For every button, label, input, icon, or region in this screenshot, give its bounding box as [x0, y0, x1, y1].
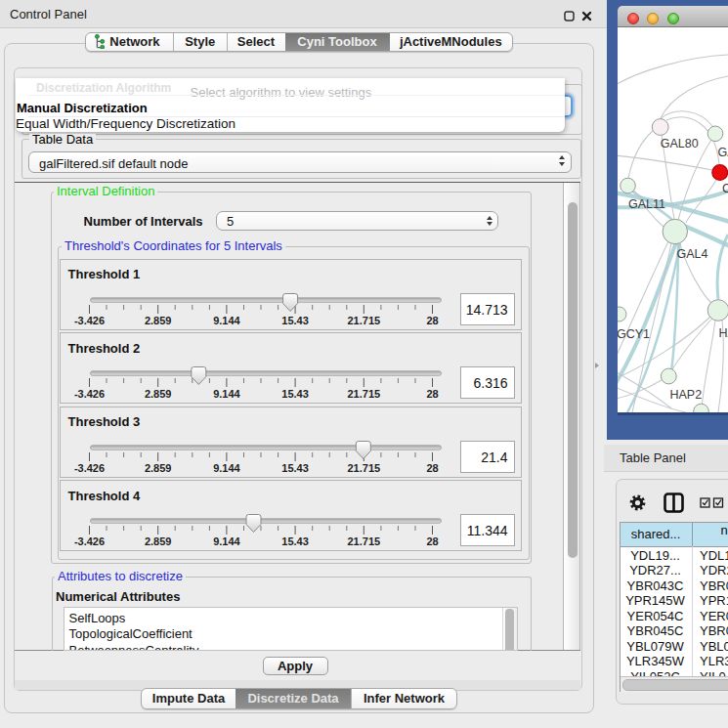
svg-text:28: 28 — [426, 388, 438, 400]
svg-text:2.859: 2.859 — [144, 535, 171, 547]
svg-text:9.144: 9.144 — [213, 462, 240, 474]
svg-text:28: 28 — [426, 462, 438, 474]
svg-text:21.715: 21.715 — [347, 388, 380, 400]
svg-text:21.715: 21.715 — [347, 462, 380, 474]
svg-text:28: 28 — [426, 535, 438, 547]
svg-text:15.43: 15.43 — [281, 388, 309, 400]
svg-text:21.715: 21.715 — [347, 315, 380, 326]
svg-text:HAP2: HAP2 — [670, 388, 703, 402]
svg-text:15.43: 15.43 — [281, 462, 309, 474]
svg-text:2.859: 2.859 — [144, 462, 171, 474]
svg-text:15.43: 15.43 — [281, 535, 309, 547]
svg-text:9.144: 9.144 — [213, 535, 240, 547]
svg-text:21.715: 21.715 — [347, 535, 380, 547]
svg-text:2.859: 2.859 — [144, 388, 171, 400]
svg-text:-3.426: -3.426 — [73, 388, 104, 400]
svg-text:-3.426: -3.426 — [73, 315, 104, 326]
svg-text:2.859: 2.859 — [144, 315, 171, 326]
svg-text:GCY1: GCY1 — [618, 327, 650, 341]
svg-text:28: 28 — [426, 315, 438, 326]
svg-text:GAL11: GAL11 — [628, 197, 665, 211]
svg-text:CD: CD — [722, 182, 728, 195]
svg-text:HA: HA — [719, 326, 728, 340]
svg-text:15.43: 15.43 — [281, 315, 309, 326]
svg-text:9.144: 9.144 — [213, 315, 240, 326]
svg-text:-3.426: -3.426 — [73, 462, 104, 474]
svg-text:GAL4: GAL4 — [677, 247, 708, 261]
svg-text:GAL80: GAL80 — [661, 137, 699, 150]
svg-text:GAL: GAL — [718, 146, 728, 159]
svg-text:9.144: 9.144 — [213, 388, 240, 400]
svg-text:-3.426: -3.426 — [73, 535, 104, 547]
